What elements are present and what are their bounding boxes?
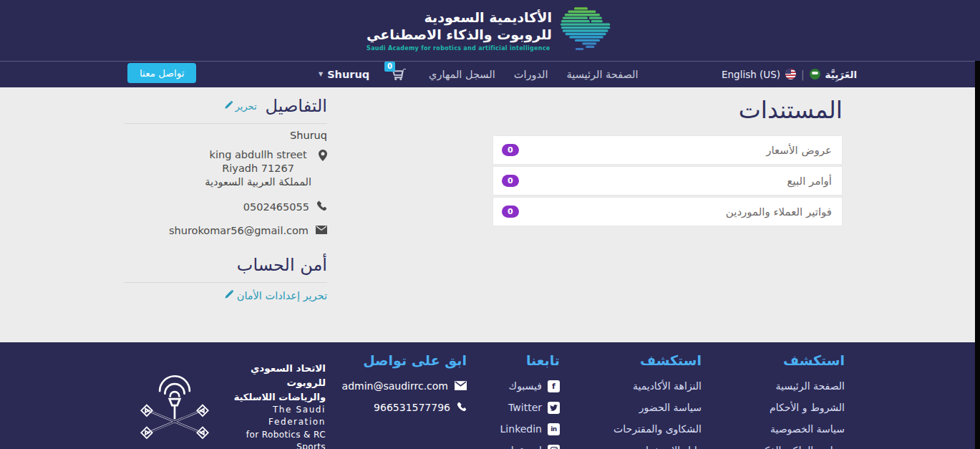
footer-heading: ابق على تواصل — [319, 352, 467, 368]
footer-link-terms[interactable]: الشروط و الأحكام — [716, 397, 845, 418]
linkedin-icon: in — [548, 423, 560, 435]
doc-row-sales-orders[interactable]: أوامر البيع 0 — [493, 166, 843, 195]
chevron-down-icon: ▼ — [319, 71, 323, 77]
footer-link-academic-integrity[interactable]: النزاهة الأكاديمية — [573, 375, 702, 397]
footer: استكشف الصفحة الرئيسية الشروط و الأحكام … — [0, 342, 980, 449]
us-flag-icon[interactable] — [785, 69, 796, 79]
pencil-icon — [224, 101, 233, 112]
account-security-title: أمن الحساب — [124, 255, 327, 275]
federation-logo: الاتحاد السعودي للروبوت والرياضات اللاسل… — [132, 361, 326, 449]
brand-logo[interactable]: الأكاديمية السعودية للروبوت والذكاء الاص… — [0, 0, 980, 61]
footer-link-linkedin[interactable]: Linkedin in — [452, 418, 560, 440]
doc-row-label: عروض الأسعار — [766, 144, 832, 157]
header: الأكاديمية السعودية للروبوت والذكاء الاص… — [0, 0, 980, 87]
phone-row[interactable]: 0502465055 — [124, 201, 327, 213]
doc-row-label: أوامر البيع — [787, 175, 832, 188]
divider — [124, 123, 327, 124]
doc-row-label: فواتير العملاء والموردين — [726, 206, 832, 218]
footer-email[interactable]: admin@saudirrc.com — [319, 375, 467, 397]
contact-us-button[interactable]: تواصل معنا — [127, 63, 196, 83]
edit-details-link[interactable]: تحرير — [224, 101, 257, 112]
language-switcher: English (US) | العَرَبِيَّة — [722, 61, 857, 87]
envelope-icon — [316, 225, 327, 236]
language-separator: | — [801, 69, 805, 80]
instagram-icon — [548, 445, 560, 449]
cart-button[interactable]: 0 — [392, 68, 406, 80]
footer-link-ip-policy[interactable]: سياسة الملكية الفكرية — [716, 440, 845, 449]
doc-row-invoices[interactable]: فواتير العملاء والموردين 0 — [493, 197, 843, 226]
footer-follow-column: تابعنا فيسبوك f Twitter Linkedin in انست… — [452, 352, 560, 449]
phone-icon — [316, 201, 327, 213]
doc-count-badge: 0 — [502, 144, 519, 156]
footer-link-facebook[interactable]: فيسبوك f — [452, 375, 560, 397]
nav-menu: ▼ Shuruq 0 السجل المهاري الدورات الصفحة … — [319, 61, 639, 87]
twitter-bird-icon — [548, 402, 560, 414]
user-name: Shuruq — [327, 69, 369, 80]
brand-title-line2: للروبوت والذكاء الاصطناعي — [367, 26, 552, 44]
scrollbar[interactable] — [975, 61, 980, 449]
brand-text: الأكاديمية السعودية للروبوت والذكاء الاص… — [367, 9, 552, 52]
address-text: king abdullh street Riyadh 71267 المملكة… — [205, 148, 311, 189]
nav-item-home[interactable]: الصفحة الرئيسية — [566, 69, 638, 80]
brand-subtitle: Saudi Academy for robotics and artificia… — [367, 45, 552, 52]
email-row[interactable]: shurokomar56@gmail.com — [124, 225, 327, 236]
saudi-map-logo-icon — [561, 7, 613, 54]
edit-security-settings-link[interactable]: تحرير إعدادات الأمان — [224, 290, 327, 301]
footer-link-attendance-policy[interactable]: سياسة الحضور — [573, 397, 702, 418]
brand-title-line1: الأكاديمية السعودية — [367, 9, 552, 26]
documents-title: المستندات — [493, 96, 843, 124]
page: الأكاديمية السعودية للروبوت والذكاء الاص… — [0, 0, 980, 449]
cart-count-badge: 0 — [384, 62, 395, 72]
phone-number: 0502465055 — [243, 201, 309, 213]
nav-item-skill-record[interactable]: السجل المهاري — [429, 69, 495, 80]
map-marker-icon — [319, 148, 327, 164]
documents-section: المستندات عروض الأسعار 0 أوامر البيع 0 ف… — [493, 96, 843, 228]
federation-emblem-icon — [132, 370, 217, 445]
doc-row-quotations[interactable]: عروض الأسعار 0 — [493, 135, 843, 165]
details-section: التفاصيل تحرير Shuruq king abdullh stree… — [124, 96, 327, 302]
footer-link-twitter[interactable]: Twitter — [452, 397, 560, 418]
footer-link-instagram[interactable]: انستقرام — [452, 440, 560, 449]
footer-link-complaints[interactable]: الشكاوى والمقترحات — [573, 418, 702, 440]
facebook-icon: f — [548, 380, 560, 392]
footer-link-home[interactable]: الصفحة الرئيسية — [716, 375, 845, 397]
footer-link-privacy[interactable]: سياسة الخصوصية — [716, 418, 845, 440]
divider — [124, 282, 327, 283]
footer-link-user-guide[interactable]: دليل الاستخدام — [573, 440, 702, 449]
footer-contact-column: ابق على تواصل admin@saudirrc.com 9665315… — [319, 352, 467, 418]
language-english[interactable]: English (US) — [722, 69, 780, 80]
envelope-icon — [455, 380, 467, 393]
doc-count-badge: 0 — [502, 175, 519, 187]
details-title: التفاصيل — [266, 96, 327, 116]
phone-icon — [457, 401, 467, 415]
saudi-flag-icon[interactable] — [810, 69, 820, 79]
footer-heading: استكشف — [573, 352, 702, 368]
footer-explore-column-2: استكشف النزاهة الأكاديمية سياسة الحضور ا… — [573, 352, 702, 449]
user-dropdown[interactable]: ▼ Shuruq — [319, 69, 369, 80]
profile-name: Shuruq — [124, 130, 327, 141]
language-arabic[interactable]: العَرَبِيَّة — [825, 69, 857, 80]
doc-count-badge: 0 — [502, 206, 519, 218]
footer-heading: تابعنا — [452, 352, 560, 368]
footer-explore-column-1: استكشف الصفحة الرئيسية الشروط و الأحكام … — [716, 352, 845, 449]
footer-phone[interactable]: 966531577796 — [319, 397, 467, 418]
email-address: shurokomar56@gmail.com — [169, 225, 309, 236]
footer-heading: استكشف — [716, 352, 845, 368]
federation-text: الاتحاد السعودي للروبوت والرياضات اللاسل… — [227, 361, 326, 449]
nav-item-courses[interactable]: الدورات — [514, 69, 548, 80]
address-row: king abdullh street Riyadh 71267 المملكة… — [124, 148, 327, 189]
pencil-icon — [224, 290, 233, 301]
